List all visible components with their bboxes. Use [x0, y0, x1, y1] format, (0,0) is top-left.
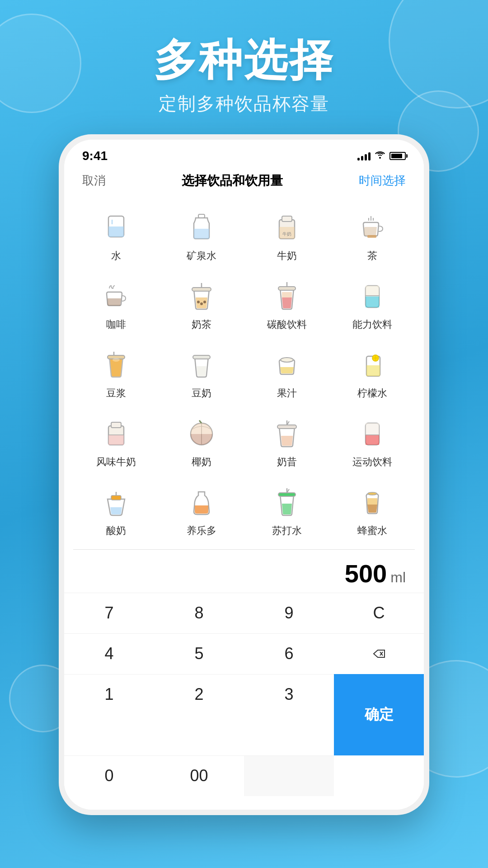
drink-soda[interactable]: 碳酸饮料 [244, 270, 329, 339]
drink-flavored-milk[interactable]: 风味牛奶 [73, 407, 159, 476]
drink-juice-label: 果汁 [277, 387, 297, 400]
status-time: 9:41 [82, 149, 108, 163]
drink-lemon-water-label: 柠檬水 [357, 387, 387, 400]
svg-point-15 [197, 301, 200, 303]
drink-yakult[interactable]: 养乐多 [159, 476, 244, 545]
svg-rect-18 [278, 287, 296, 290]
svg-rect-35 [111, 422, 121, 428]
header-subtitle: 定制多种饮品杯容量 [0, 91, 488, 116]
drink-coffee-label: 咖啡 [106, 318, 126, 331]
phone-inner: 9:41 取消 选择饮品和饮 [64, 140, 424, 810]
drink-water-label: 水 [111, 249, 121, 263]
key-6[interactable]: 6 [244, 633, 334, 674]
drink-soda-water[interactable]: 苏打水 [244, 476, 329, 545]
drink-mineral-water-label: 矿泉水 [187, 249, 216, 263]
drink-yogurt-label: 酸奶 [106, 524, 126, 538]
numpad-row-3: 1 2 3 确定 [64, 674, 424, 755]
key-4[interactable]: 4 [64, 633, 154, 674]
drink-coconut[interactable]: 椰奶 [159, 407, 244, 476]
svg-point-16 [200, 302, 203, 305]
drink-sports[interactable]: 运动饮料 [329, 407, 415, 476]
key-2[interactable]: 2 [154, 674, 244, 715]
svg-rect-40 [277, 425, 296, 429]
numpad-row-4: 0 00 [64, 755, 424, 796]
drink-milk-tea-label: 奶茶 [192, 318, 211, 331]
time-select-button[interactable]: 时间选择 [359, 173, 406, 189]
nav-title: 选择饮品和饮用量 [182, 172, 283, 189]
key-9[interactable]: 9 [244, 593, 334, 633]
svg-rect-47 [111, 495, 121, 500]
drink-smoothie[interactable]: 奶昔 [244, 407, 329, 476]
drink-soda-water-label: 苏打水 [272, 524, 302, 538]
drink-grid: 水 矿泉水 [64, 197, 424, 549]
svg-rect-4 [194, 229, 209, 239]
drink-yakult-label: 养乐多 [187, 524, 216, 538]
key-1[interactable]: 1 [64, 674, 154, 715]
drink-mineral-water[interactable]: 矿泉水 [159, 201, 244, 270]
drink-tea[interactable]: 茶 [329, 201, 415, 270]
svg-rect-36 [108, 435, 124, 445]
svg-point-17 [203, 301, 206, 303]
drink-soy-milk-label: 豆浆 [106, 387, 126, 400]
drink-coconut-label: 椰奶 [192, 455, 211, 469]
drink-honey-water-label: 蜂蜜水 [357, 524, 387, 538]
battery-icon [389, 152, 406, 160]
key-3[interactable]: 3 [244, 674, 334, 715]
drink-soy-milk[interactable]: 豆浆 [73, 339, 159, 407]
status-bar: 9:41 [64, 140, 424, 168]
amount-display: 500 ml [64, 550, 424, 593]
drink-smoothie-label: 奶昔 [277, 455, 297, 469]
amount-value: 500 [345, 559, 387, 588]
drink-energy[interactable]: 能力饮料 [329, 270, 415, 339]
amount-unit: ml [390, 569, 406, 586]
svg-line-39 [199, 420, 202, 423]
svg-point-26 [113, 358, 120, 362]
svg-rect-44 [366, 423, 379, 435]
header-title: 多种选择 [0, 36, 488, 84]
drink-lemon-water[interactable]: 柠檬水 [329, 339, 415, 407]
drink-yogurt[interactable]: 酸奶 [73, 476, 159, 545]
key-0[interactable]: 0 [64, 755, 154, 796]
nav-bar: 取消 选择饮品和饮用量 时间选择 [64, 168, 424, 197]
svg-rect-12 [367, 235, 376, 238]
svg-rect-30 [366, 365, 380, 376]
drink-water[interactable]: 水 [73, 201, 159, 270]
key-double-zero[interactable]: 00 [154, 755, 244, 796]
confirm-button[interactable]: 确定 [334, 674, 424, 755]
svg-rect-49 [278, 493, 296, 496]
drink-soy-bean-label: 豆奶 [192, 387, 211, 400]
numpad: 7 8 9 C 4 5 6 1 2 3 [64, 593, 424, 810]
svg-rect-27 [193, 355, 210, 359]
key-7[interactable]: 7 [64, 593, 154, 633]
signal-icon [357, 151, 371, 160]
drink-milk[interactable]: 牛奶 牛奶 [244, 201, 329, 270]
key-8[interactable]: 8 [154, 593, 244, 633]
key-placeholder [244, 755, 334, 796]
wifi-icon [375, 151, 385, 161]
svg-rect-13 [192, 288, 211, 291]
drink-tea-label: 茶 [367, 249, 377, 263]
phone-mockup: 9:41 取消 选择饮品和饮 [59, 134, 429, 815]
backspace-icon [373, 649, 385, 658]
key-backspace[interactable] [334, 633, 424, 674]
drink-soy-bean[interactable]: 豆奶 [159, 339, 244, 407]
svg-rect-21 [366, 296, 379, 307]
key-clear[interactable]: C [334, 593, 424, 633]
key-5[interactable]: 5 [154, 633, 244, 674]
drink-milk-tea[interactable]: 奶茶 [159, 270, 244, 339]
svg-rect-1 [108, 226, 124, 237]
numpad-row-1: 7 8 9 C [64, 593, 424, 633]
svg-rect-45 [366, 435, 379, 445]
drink-flavored-milk-label: 风味牛奶 [96, 455, 136, 469]
cancel-button[interactable]: 取消 [82, 173, 106, 189]
status-icons [357, 151, 406, 161]
drink-milk-label: 牛奶 [277, 249, 297, 263]
drink-coffee[interactable]: 咖啡 [73, 270, 159, 339]
svg-rect-6 [282, 216, 292, 222]
drink-juice[interactable]: 果汁 [244, 339, 329, 407]
header-area: 多种选择 定制多种饮品杯容量 [0, 0, 488, 134]
svg-rect-22 [366, 286, 379, 297]
drink-honey-water[interactable]: 蜂蜜水 [329, 476, 415, 545]
drink-soda-label: 碳酸饮料 [267, 318, 307, 331]
svg-text:牛奶: 牛奶 [282, 231, 291, 236]
